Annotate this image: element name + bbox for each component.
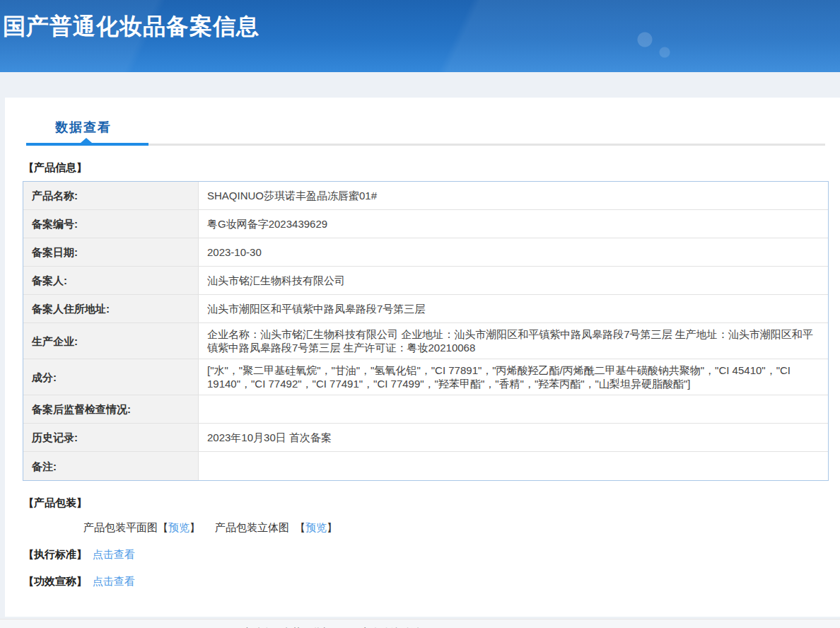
packaging-stereo-preview-link[interactable]: 预览	[305, 521, 327, 533]
table-row: 备案编号: 粤G妆网备字2023439629	[23, 210, 828, 238]
table-row: 产品名称: SHAQINUO莎琪诺丰盈晶冻唇蜜01#	[23, 182, 828, 210]
row-label: 生产企业:	[23, 323, 199, 359]
bracket: 】	[327, 521, 337, 533]
row-value: ["水"，"聚二甲基硅氧烷"，"甘油"，"氢氧化铝"，"CI 77891"，"丙…	[199, 359, 828, 395]
table-row: 历史记录: 2023年10月30日 首次备案	[23, 424, 828, 452]
tab-active-indicator	[26, 143, 148, 146]
table-row: 生产企业: 企业名称：汕头市铭汇生物科技有限公司 企业地址：汕头市潮阳区和平镇紫…	[23, 323, 828, 359]
row-value: 2023-10-30	[199, 238, 828, 267]
table-row: 备注:	[23, 452, 828, 480]
table-row: 备案后监督检查情况:	[23, 395, 828, 424]
row-label: 历史记录:	[23, 424, 199, 452]
table-row: 备案人: 汕头市铭汇生物科技有限公司	[23, 267, 828, 295]
row-value: 粤G妆网备字2023439629	[199, 210, 828, 238]
table-row: 备案人住所地址: 汕头市潮阳区和平镇紫中路凤皋路段7号第三层	[23, 295, 828, 323]
page-footer: 本站由国家药品监督管理局主办 版权所有 Copyright © NMPA All…	[0, 619, 840, 628]
table-row: 成分: ["水"，"聚二甲基硅氧烷"，"甘油"，"氢氧化铝"，"CI 77891…	[23, 359, 828, 395]
product-info-table: 产品名称: SHAQINUO莎琪诺丰盈晶冻唇蜜01# 备案编号: 粤G妆网备字2…	[23, 181, 829, 481]
row-value: 汕头市铭汇生物科技有限公司	[199, 267, 828, 295]
bracket: 】	[189, 521, 200, 533]
page-title: 国产普通化妆品备案信息	[0, 0, 840, 40]
packaging-flat-label: 产品包装平面图	[83, 521, 158, 533]
exec-standard-label: 【执行标准】	[23, 548, 87, 560]
row-label: 备案后监督检查情况:	[23, 395, 199, 424]
row-value: SHAQINUO莎琪诺丰盈晶冻唇蜜01#	[199, 182, 828, 210]
efficacy-claim-view-link[interactable]: 点击查看	[93, 575, 135, 587]
efficacy-claim-row: 【功效宣称】点击查看	[23, 575, 840, 588]
row-label: 备注:	[23, 452, 199, 480]
tab-arrow-icon	[81, 138, 92, 143]
row-label: 备案日期:	[23, 238, 199, 267]
section-packaging-title: 【产品包装】	[23, 496, 840, 510]
row-label: 产品名称:	[23, 182, 199, 210]
section-product-info-title: 【产品信息】	[23, 161, 840, 175]
packaging-stereo-label: 产品包装立体图	[215, 521, 289, 533]
exec-standard-row: 【执行标准】点击查看	[23, 548, 840, 562]
tab-underline	[26, 144, 825, 146]
row-value	[199, 395, 828, 424]
row-label: 备案编号:	[23, 210, 199, 238]
row-value	[199, 452, 828, 480]
page-header: 国产普通化妆品备案信息	[0, 0, 840, 72]
packaging-flat-preview-link[interactable]: 预览	[168, 521, 189, 533]
row-value: 汕头市潮阳区和平镇紫中路凤皋路段7号第三层	[199, 295, 828, 323]
exec-standard-view-link[interactable]: 点击查看	[93, 548, 135, 560]
row-label: 成分:	[23, 359, 199, 395]
row-value: 2023年10月30日 首次备案	[199, 424, 828, 452]
efficacy-claim-label: 【功效宣称】	[23, 575, 87, 587]
tab-data-view[interactable]: 数据查看	[55, 119, 112, 136]
packaging-row: 产品包装平面图【预览】产品包装立体图【预览】	[83, 521, 840, 535]
row-value: 企业名称：汕头市铭汇生物科技有限公司 企业地址：汕头市潮阳区和平镇紫中路凤皋路段…	[199, 323, 828, 359]
bracket: 【	[158, 521, 168, 533]
row-label: 备案人:	[23, 267, 199, 295]
row-label: 备案人住所地址:	[23, 295, 199, 323]
bracket: 【	[295, 521, 305, 533]
content-card: 数据查看 【产品信息】 产品名称: SHAQINUO莎琪诺丰盈晶冻唇蜜01# 备…	[5, 98, 840, 617]
table-row: 备案日期: 2023-10-30	[23, 238, 828, 267]
